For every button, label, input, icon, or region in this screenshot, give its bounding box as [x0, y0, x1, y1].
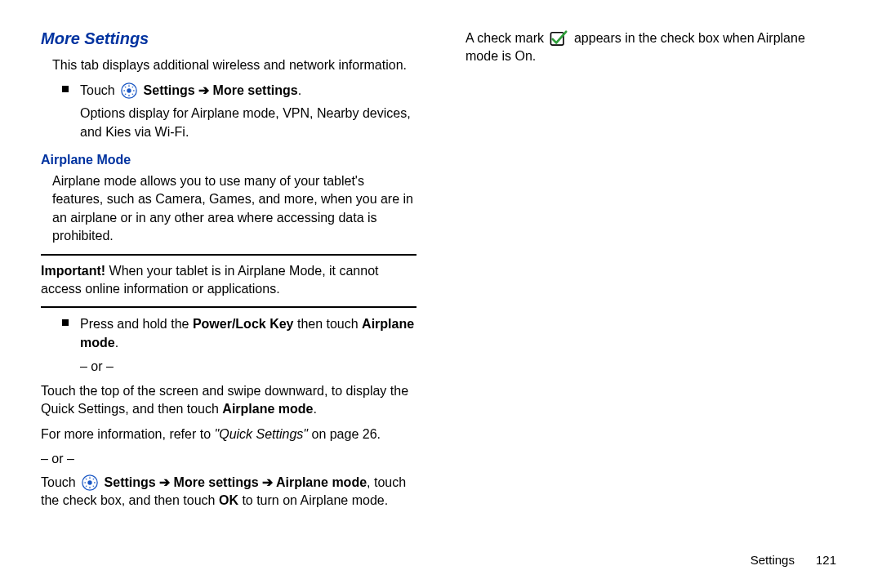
divider — [41, 306, 416, 308]
text: Press and hold the — [80, 317, 193, 331]
text: then touch — [293, 317, 362, 331]
checkmark-icon — [550, 30, 568, 47]
subsection-title-airplane-mode: Airplane Mode — [41, 153, 416, 167]
important-label: Important! — [41, 264, 109, 278]
text-bold: More settings — [174, 475, 259, 489]
svg-point-1 — [127, 89, 131, 93]
text: . — [314, 402, 317, 416]
text-bold: Settings — [144, 83, 195, 97]
settings-gear-icon — [82, 474, 98, 491]
text: . — [115, 336, 118, 350]
bullet-icon — [62, 319, 69, 326]
text: Options display for Airplane mode, VPN, … — [80, 106, 411, 139]
bullet-touch-settings: Touch Setti — [62, 81, 416, 141]
divider — [41, 254, 416, 256]
svg-point-3 — [87, 480, 91, 484]
or-separator: – or – — [41, 450, 416, 468]
text-bold: More settings — [213, 83, 298, 97]
text: Touch — [41, 475, 79, 489]
text-bold: Settings — [105, 475, 156, 489]
important-note: Important! When your tablet is in Airpla… — [41, 262, 416, 299]
bullet-icon — [62, 86, 69, 92]
settings-gear-icon — [121, 82, 137, 99]
text: . — [298, 83, 301, 97]
quick-settings-swipe: Touch the top of the screen and swipe do… — [41, 382, 416, 419]
airplane-intro: Airplane mode allows you to use many of … — [41, 172, 416, 246]
touch-settings-path: Touch Settings ➔ More settings ➔ Airplan… — [41, 474, 416, 510]
text: For more information, refer to — [41, 427, 215, 441]
refer-quick-settings: For more information, refer to "Quick Se… — [41, 425, 416, 443]
intro-paragraph: This tab displays additional wireless an… — [41, 56, 416, 74]
text: on page 26. — [308, 427, 381, 441]
text-bold: Power/Lock Key — [193, 317, 294, 331]
or-separator: – or – — [80, 358, 416, 376]
footer-page-number: 121 — [816, 553, 836, 567]
text: Touch — [80, 83, 118, 97]
text: to turn on Airplane mode. — [238, 493, 388, 507]
arrow-icon: ➔ — [156, 475, 174, 489]
reference-italic: "Quick Settings" — [215, 427, 309, 441]
page-footer: Settings121 — [751, 553, 836, 567]
text-bold: Airplane mode — [222, 402, 313, 416]
bullet-power-lock: Press and hold the Power/Lock Key then t… — [62, 314, 416, 381]
checkmark-note: A check mark appears in the check box wh… — [466, 29, 841, 66]
text-bold: OK — [219, 493, 238, 507]
page-body: More Settings This tab displays addition… — [0, 0, 882, 560]
arrow-icon: ➔ — [259, 475, 276, 489]
text: A check mark — [466, 31, 547, 45]
section-title-more-settings: More Settings — [41, 29, 416, 48]
text-bold: Airplane mode — [276, 475, 367, 489]
arrow-icon: ➔ — [195, 83, 213, 97]
footer-section-label: Settings — [751, 553, 795, 567]
